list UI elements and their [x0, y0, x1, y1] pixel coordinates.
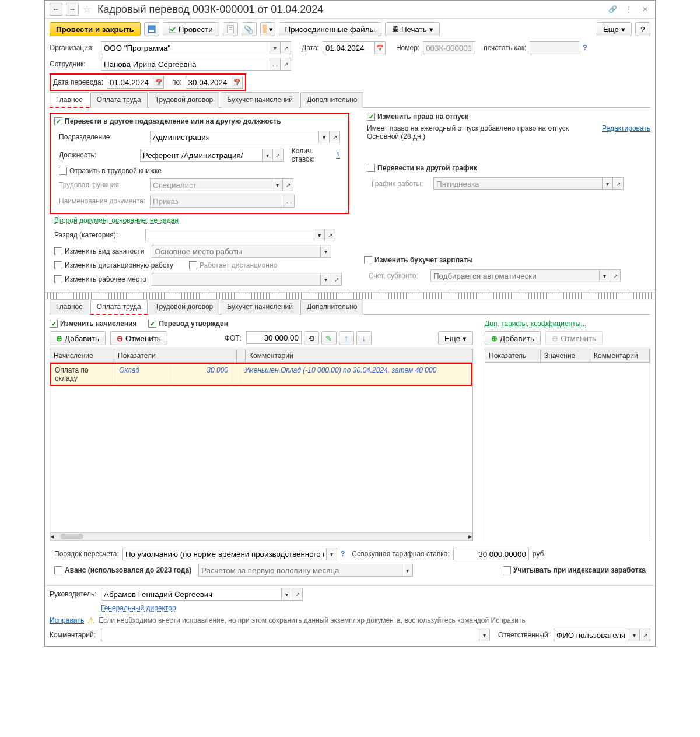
- transfer-approved-checkbox[interactable]: ✓Перевод утвержден: [148, 320, 228, 328]
- post-and-close-button[interactable]: Провести и закрыть: [50, 22, 141, 36]
- drop-icon[interactable]: ▾: [314, 229, 325, 241]
- date-input[interactable]: [323, 41, 375, 54]
- drop-icon[interactable]: ▾: [262, 149, 273, 162]
- checkbox-icon[interactable]: [59, 167, 67, 175]
- post-button[interactable]: Провести: [163, 22, 219, 36]
- calendar-icon[interactable]: 📅: [375, 41, 386, 54]
- change-remote-row[interactable]: Изменить дистанционную работу Работает д…: [50, 259, 346, 271]
- checkbox-icon[interactable]: [54, 261, 62, 269]
- col-indicator[interactable]: Показатель: [485, 349, 541, 362]
- menu-icon[interactable]: ⋮: [624, 4, 634, 15]
- tab2-contract[interactable]: Трудовой договор: [149, 299, 219, 315]
- recalc-input[interactable]: [123, 548, 327, 560]
- attach-button[interactable]: 📎: [242, 22, 257, 36]
- org-input[interactable]: [101, 41, 270, 54]
- drop-icon[interactable]: ▾: [321, 245, 331, 258]
- drop-icon[interactable]: ▾: [603, 177, 613, 190]
- print-button[interactable]: 🖶 Печать ▾: [385, 22, 440, 36]
- add-button[interactable]: ⊕ Добавить: [50, 331, 106, 345]
- open-icon[interactable]: ↗: [330, 131, 340, 143]
- document-icon-button[interactable]: [223, 22, 238, 36]
- help-icon[interactable]: ?: [341, 550, 345, 558]
- drop-icon[interactable]: ▾: [402, 564, 413, 577]
- open-icon[interactable]: ↗: [331, 273, 342, 286]
- vacation-rights-checkbox[interactable]: ✓ Изменить права на отпуск: [367, 113, 650, 121]
- edit-pencil-button[interactable]: ✎: [321, 331, 337, 345]
- ellipsis-icon[interactable]: …: [284, 195, 295, 208]
- refresh-button[interactable]: ⟲: [304, 331, 319, 345]
- tab2-pay[interactable]: Оплата труда: [90, 299, 148, 315]
- horizontal-scrollbar[interactable]: ◂▸: [50, 532, 473, 541]
- grade-input[interactable]: [145, 229, 314, 241]
- link-icon[interactable]: 🔗: [607, 4, 618, 15]
- form-icon-button[interactable]: ▾: [260, 22, 275, 36]
- col-accrual[interactable]: Начисление: [50, 349, 114, 362]
- open-icon[interactable]: ↗: [283, 178, 293, 191]
- tab-main[interactable]: Главное: [50, 92, 89, 108]
- col-comment2[interactable]: Комментарий: [590, 349, 650, 362]
- employee-input[interactable]: [101, 58, 270, 71]
- change-accounting-checkbox[interactable]: Изменить бухучет зарплаты: [364, 256, 650, 264]
- move-up-button[interactable]: ↑: [339, 331, 354, 345]
- drop-icon[interactable]: ▾: [272, 178, 283, 191]
- rates-link[interactable]: 1: [336, 151, 340, 159]
- open-icon[interactable]: ↗: [281, 41, 291, 54]
- col-comment[interactable]: Комментарий: [246, 349, 473, 362]
- advance-checkbox[interactable]: Аванс (использовался до 2023 года): [54, 566, 191, 574]
- drop-icon[interactable]: ▾: [600, 269, 610, 282]
- tab2-main[interactable]: Главное: [50, 299, 89, 315]
- indexing-checkbox[interactable]: Учитывать при индексации заработка: [503, 566, 646, 574]
- col-value[interactable]: Значение: [541, 349, 590, 362]
- open-icon[interactable]: ↗: [325, 229, 335, 241]
- more-button[interactable]: Еще ▾: [597, 22, 632, 36]
- calendar-icon[interactable]: 📅: [153, 76, 164, 89]
- drop-icon[interactable]: ▾: [270, 41, 281, 54]
- save-button[interactable]: [144, 22, 159, 36]
- extra-tariffs-link[interactable]: Доп. тарифы, коэффициенты...: [485, 320, 650, 328]
- checkbox-icon[interactable]: [364, 256, 372, 264]
- close-icon[interactable]: ✕: [640, 4, 650, 15]
- head-input[interactable]: [101, 588, 282, 601]
- drop-icon[interactable]: ▾: [480, 629, 490, 641]
- open-icon[interactable]: ↗: [610, 269, 621, 282]
- checkbox-icon[interactable]: [54, 247, 62, 255]
- add-button2[interactable]: ⊕ Добавить: [485, 331, 541, 345]
- edit-link[interactable]: Редактировать: [602, 124, 650, 141]
- second-doc-link[interactable]: Второй документ основание: не задан: [54, 216, 178, 224]
- checkbox-icon[interactable]: ✓: [54, 117, 62, 125]
- tab-accounting[interactable]: Бухучет начислений: [220, 92, 299, 108]
- grid-row-selected[interactable]: Оплата по окладу Оклад 30 000 Уменьшен О…: [50, 363, 473, 386]
- favorite-star-icon[interactable]: ☆: [82, 3, 92, 16]
- open-icon[interactable]: ↗: [613, 177, 624, 190]
- tab-additional[interactable]: Дополнительно: [300, 92, 363, 108]
- drop-icon[interactable]: ▾: [327, 548, 337, 560]
- position-input[interactable]: [140, 149, 262, 162]
- forward-button[interactable]: →: [66, 3, 79, 16]
- open-icon[interactable]: ↗: [273, 149, 284, 162]
- checkbox-icon[interactable]: [503, 566, 511, 574]
- checkbox-icon[interactable]: [54, 566, 62, 574]
- responsible-input[interactable]: [554, 629, 629, 641]
- drop-icon[interactable]: ▾: [321, 273, 331, 286]
- more-button2[interactable]: Еще ▾: [438, 331, 473, 345]
- change-workplace-row[interactable]: Изменить рабочее место ▾↗: [50, 271, 346, 287]
- workbook-checkbox-row[interactable]: Отразить в трудовой книжке: [54, 165, 345, 177]
- open-icon[interactable]: ↗: [640, 629, 650, 641]
- move-down-button[interactable]: ↓: [356, 331, 372, 345]
- drop-icon[interactable]: ▾: [282, 588, 292, 601]
- back-button[interactable]: ←: [50, 3, 62, 16]
- transfer-checkbox-row[interactable]: ✓ Перевести в другое подразделение или н…: [54, 117, 345, 125]
- col-blank[interactable]: [237, 349, 246, 362]
- drop-icon[interactable]: ▾: [629, 629, 640, 641]
- drop-icon[interactable]: ▾: [319, 131, 330, 143]
- attached-files-button[interactable]: Присоединенные файлы: [279, 22, 382, 36]
- change-emp-type-row[interactable]: Изменить вид занятости ▾: [50, 243, 346, 259]
- gendir-link[interactable]: Генеральный директор: [101, 604, 176, 612]
- checkbox-icon[interactable]: ✓: [50, 320, 58, 328]
- tab-pay[interactable]: Оплата труда: [90, 92, 148, 108]
- comment-input[interactable]: [101, 629, 480, 641]
- change-accruals-checkbox[interactable]: ✓Изменить начисления: [50, 320, 136, 328]
- to-date-input[interactable]: [186, 76, 232, 89]
- help-icon[interactable]: ?: [583, 44, 587, 52]
- checkbox-icon[interactable]: ✓: [367, 113, 375, 121]
